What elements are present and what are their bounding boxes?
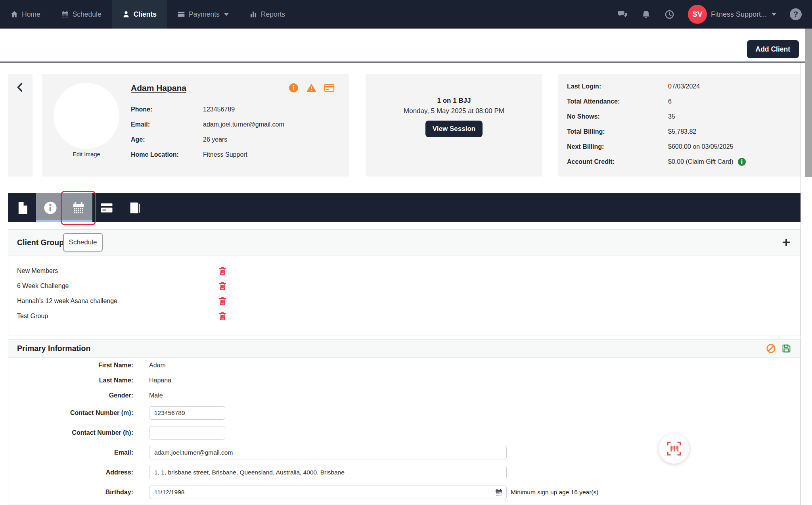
schedule-tab-tooltip: Schedule [63, 233, 103, 252]
barcode-scan-button[interactable] [659, 434, 689, 464]
barcode-icon [666, 441, 682, 457]
client-name-link[interactable]: Adam Hapana [131, 83, 186, 93]
history-button[interactable] [665, 10, 674, 19]
add-client-button[interactable]: Add Client [747, 40, 799, 58]
trash-icon [218, 281, 227, 291]
info-icon[interactable] [288, 83, 299, 93]
home-icon [10, 10, 18, 18]
cancel-edit-button[interactable] [766, 344, 776, 353]
warning-icon[interactable] [306, 83, 317, 93]
nav-label-reports: Reports [261, 10, 285, 19]
chat-icon [618, 10, 628, 19]
client-photo-placeholder [54, 83, 119, 149]
birthday-input[interactable] [149, 486, 507, 499]
nav-item-reports[interactable]: Reports [239, 0, 295, 29]
save-icon [781, 344, 791, 353]
credit-card-icon [177, 10, 185, 18]
email-input[interactable] [149, 446, 507, 459]
stat-total-attendance: Total Attendance: 6 [567, 94, 793, 109]
page-toolbar: Add Client [0, 29, 812, 63]
contact-number-h-input[interactable] [149, 426, 225, 440]
client-groups-list: New Members 6 Week Challenge Hannah's 12… [8, 255, 800, 324]
list-item: 6 Week Challenge [8, 278, 800, 294]
chevron-left-icon [15, 81, 25, 93]
field-last-name: Last Name: Hapana [8, 373, 800, 388]
nav-item-schedule[interactable]: Schedule [51, 0, 112, 29]
chevron-down-icon [224, 13, 229, 16]
trash-icon [218, 311, 227, 321]
primary-information-form: First Name: Adam Last Name: Hapana Gende… [8, 358, 800, 502]
client-stats-card: Last Login: 07/03/2024 Total Attendance:… [558, 74, 801, 177]
chat-button[interactable] [618, 10, 628, 19]
trash-icon [218, 296, 227, 306]
client-photo-column: Edit Image [42, 74, 131, 177]
delete-group-button[interactable] [218, 311, 227, 321]
stat-account-credit: Account Credit: $0.00 (Claim Gift Card) [567, 154, 793, 169]
primary-information-section: Primary Information First Name: Adam Las… [8, 339, 801, 505]
tab-documents[interactable] [8, 193, 36, 222]
stat-last-login: Last Login: 07/03/2024 [567, 79, 793, 94]
save-button[interactable] [781, 344, 791, 353]
client-contact-fields: Phone: 123456789 Email: adam.joel.turner… [131, 102, 335, 162]
content-right-border [801, 63, 801, 505]
nav-label-home: Home [22, 10, 40, 19]
list-item: New Members [8, 263, 800, 278]
main-nav: Home Schedule Clients Payments Reports [0, 0, 295, 29]
tab-info-active[interactable] [36, 193, 64, 222]
client-groups-title: Client Groups [17, 238, 68, 247]
trash-icon [218, 266, 227, 276]
field-gender: Gender: Male [8, 388, 800, 403]
client-groups-section: Client Groups New Members 6 Week Challen… [8, 229, 801, 336]
client-field-phone: Phone: 123456789 [131, 102, 335, 117]
session-title: 1 on 1 BJJ [437, 97, 471, 105]
calendar-icon [72, 201, 85, 215]
delete-group-button[interactable] [218, 281, 227, 291]
view-session-button[interactable]: View Session [425, 121, 483, 137]
avatar: SV [688, 5, 707, 24]
client-field-home-location: Home Location: Fitness Support [131, 147, 335, 162]
credit-card-icon [100, 201, 113, 215]
client-info-column: Adam Hapana Phone: 123456789 Email: adam… [131, 74, 349, 177]
credit-info-button[interactable] [737, 157, 746, 166]
delete-group-button[interactable] [218, 266, 227, 276]
client-profile-page: Home Schedule Clients Payments Reports [0, 0, 812, 505]
add-group-button[interactable] [781, 237, 791, 248]
contact-number-m-input[interactable] [149, 406, 225, 420]
list-item: Test Group [8, 309, 800, 324]
client-summary-card: Edit Image Adam Hapana Phone: 123456789 … [42, 74, 349, 177]
edit-image-link[interactable]: Edit Image [73, 151, 100, 157]
tab-schedule-hovered[interactable] [64, 193, 92, 222]
tab-billing[interactable] [92, 193, 121, 222]
stat-next-billing: Next Billing: $600.00 on 03/05/2025 [567, 139, 793, 154]
nav-label-schedule: Schedule [73, 10, 102, 19]
field-contact-number-m: Contact Number (m): [8, 403, 800, 423]
plus-icon [781, 237, 791, 248]
clock-icon [665, 10, 674, 19]
info-icon [44, 201, 57, 215]
primary-information-header: Primary Information [8, 340, 800, 358]
nav-item-clients[interactable]: Clients [112, 0, 167, 29]
upcoming-session-card: 1 on 1 BJJ Monday, 5 May 2025 at 08:00 P… [366, 74, 542, 177]
help-button[interactable] [790, 8, 802, 20]
delete-group-button[interactable] [218, 296, 227, 306]
nav-item-home[interactable]: Home [0, 0, 51, 29]
client-detail-tabbar [8, 193, 801, 222]
field-address: Address: [8, 463, 800, 482]
credit-card-icon[interactable] [324, 83, 335, 93]
chevron-down-icon [772, 13, 776, 16]
account-menu[interactable]: SV Fitness Support... [688, 5, 776, 24]
scrollbar-thumb[interactable] [805, 29, 812, 177]
nav-item-payments[interactable]: Payments [167, 0, 239, 29]
back-button[interactable] [8, 74, 33, 177]
client-field-age: Age: 26 years [131, 132, 335, 147]
field-birthday: Birthday: Minimum sign up age 16 year(s) [8, 482, 800, 502]
book-icon [128, 201, 142, 215]
address-input[interactable] [149, 466, 507, 479]
stat-total-billing: Total Billing: $5,783.82 [567, 124, 793, 139]
primary-information-title: Primary Information [17, 344, 90, 353]
tab-notes[interactable] [121, 193, 149, 222]
field-first-name: First Name: Adam [8, 358, 800, 373]
session-datetime: Monday, 5 May 2025 at 08:00 PM [404, 107, 504, 115]
notifications-button[interactable] [641, 10, 651, 19]
nav-label-clients: Clients [134, 10, 157, 19]
